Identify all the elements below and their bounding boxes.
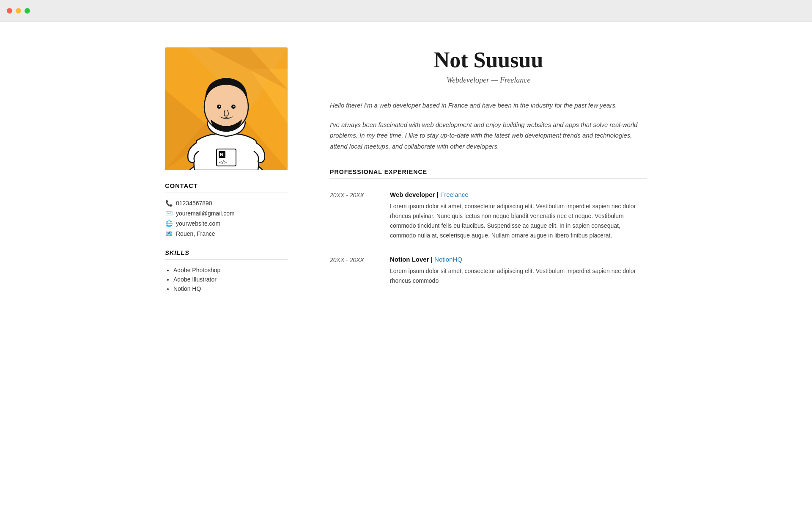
location-icon: 🗺️ — [165, 230, 173, 237]
contact-website: 🌐 yourwebsite.com — [165, 220, 288, 227]
exp-company-link-1[interactable]: Freelance — [440, 191, 469, 198]
exp-title-1: Web developer | Freelance — [390, 191, 647, 198]
profile-image: N </> — [165, 47, 288, 170]
exp-details-2: Notion Lover | NotionHQ Lorem ipsum dolo… — [390, 256, 647, 286]
experience-item-2: 20XX - 20XX Notion Lover | NotionHQ Lore… — [330, 256, 647, 286]
email-icon: ✉️ — [165, 210, 173, 217]
bio-paragraph-2: I've always been fascinated with web dev… — [330, 119, 647, 152]
contact-location-text: Rouen, France — [176, 230, 215, 237]
contact-divider — [165, 193, 288, 193]
minimize-button[interactable] — [16, 8, 21, 14]
exp-dates-1: 20XX - 20XX — [330, 191, 376, 240]
skill-item: Adobe Illustrator — [173, 276, 288, 283]
profile-name: Not Suusuu — [330, 47, 647, 72]
experience-item-1: 20XX - 20XX Web developer | Freelance Lo… — [330, 191, 647, 240]
website-icon: 🌐 — [165, 220, 173, 227]
skill-item: Adobe Photoshop — [173, 267, 288, 273]
exp-details-1: Web developer | Freelance Lorem ipsum do… — [390, 191, 647, 240]
exp-separator-2: | — [431, 256, 434, 263]
phone-icon: 📞 — [165, 200, 173, 207]
close-button[interactable] — [7, 8, 12, 14]
svg-point-15 — [233, 106, 235, 107]
experience-heading: PROFESSIONAL EXPERIENCE — [330, 168, 647, 175]
contact-heading: CONTACT — [165, 182, 288, 189]
main-content: N </> — [131, 22, 681, 327]
right-column: Not Suusuu Webdeveloper — Freelance Hell… — [313, 47, 647, 301]
exp-dates-2: 20XX - 20XX — [330, 256, 376, 286]
svg-point-14 — [219, 106, 220, 107]
exp-role-2: Notion Lover — [390, 256, 429, 263]
exp-role-1: Web developer — [390, 191, 435, 198]
experience-section: PROFESSIONAL EXPERIENCE 20XX - 20XX Web … — [330, 168, 647, 286]
skills-heading: SKILLS — [165, 249, 288, 256]
contact-phone-text: 01234567890 — [176, 200, 212, 207]
exp-title-2: Notion Lover | NotionHQ — [390, 256, 647, 263]
skills-list: Adobe Photoshop Adobe Illustrator Notion… — [165, 267, 288, 292]
profile-subtitle: Webdeveloper — Freelance — [330, 76, 647, 85]
name-section: Not Suusuu Webdeveloper — Freelance — [330, 47, 647, 85]
titlebar — [0, 0, 812, 22]
svg-text:N: N — [220, 152, 223, 157]
exp-description-1: Lorem ipsum dolor sit amet, consectetur … — [390, 202, 647, 240]
contact-email-text: youremail@gmail.com — [176, 210, 235, 217]
experience-divider — [330, 179, 647, 179]
skills-divider — [165, 260, 288, 260]
contact-phone: 📞 01234567890 — [165, 200, 288, 207]
exp-company-link-2[interactable]: NotionHQ — [434, 256, 462, 263]
left-column: N </> — [165, 47, 288, 295]
exp-separator-1: | — [437, 191, 440, 198]
contact-location: 🗺️ Rouen, France — [165, 230, 288, 237]
contact-email: ✉️ youremail@gmail.com — [165, 210, 288, 217]
exp-description-2: Lorem ipsum dolor sit amet, consectetur … — [390, 266, 647, 286]
svg-text:</>: </> — [219, 160, 227, 165]
contact-website-text: yourwebsite.com — [176, 220, 220, 227]
maximize-button[interactable] — [25, 8, 30, 14]
bio-paragraph-1: Hello there! I'm a web developer based i… — [330, 100, 647, 111]
skill-item: Notion HQ — [173, 285, 288, 292]
